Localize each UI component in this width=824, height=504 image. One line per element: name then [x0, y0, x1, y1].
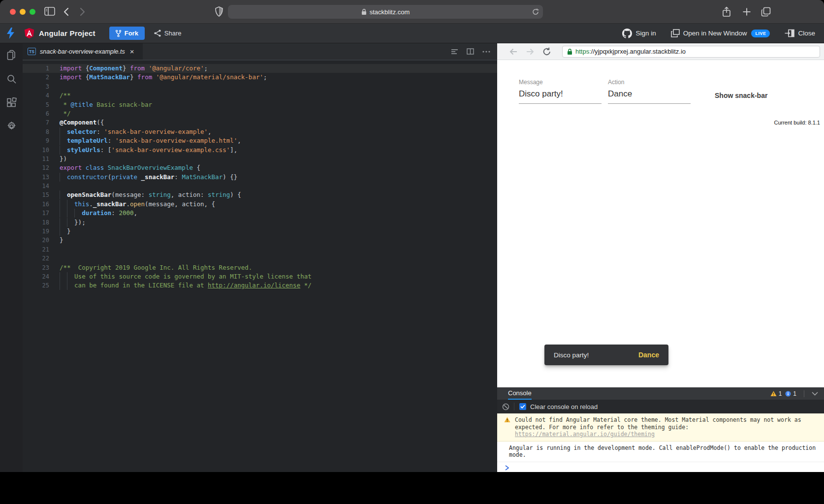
- settings-gear-icon[interactable]: [4, 119, 18, 133]
- address-bar[interactable]: stackblitz.com: [228, 5, 543, 19]
- line-number: 7: [23, 118, 49, 127]
- typescript-badge: TS: [28, 48, 36, 55]
- code-line: 13constructor(private _snackBar: MatSnac…: [23, 173, 497, 182]
- line-number: 10: [23, 146, 49, 155]
- code-line: 16this._snackBar.open(message, action, {: [23, 200, 497, 209]
- preview-address-bar[interactable]: https://yjpqxkjprxej.angular.stackblitz.…: [562, 46, 820, 58]
- preview-back-icon[interactable]: [509, 47, 518, 56]
- lock-icon: [361, 8, 367, 15]
- zoom-window-button[interactable]: [30, 9, 35, 15]
- close-editor-button[interactable]: Close: [785, 29, 815, 37]
- forward-icon[interactable]: [80, 7, 85, 18]
- tab-snack-bar-overview-example[interactable]: TS snack-bar-overview-example.ts ×: [23, 43, 143, 60]
- line-number: 12: [23, 163, 49, 172]
- stackblitz-bolt-icon[interactable]: [6, 28, 15, 39]
- code-line-content: });: [49, 218, 86, 227]
- split-view-icon[interactable]: [467, 48, 474, 55]
- line-number: 17: [23, 209, 49, 218]
- privacy-shield-icon[interactable]: [215, 6, 223, 19]
- console-prompt[interactable]: [497, 462, 824, 472]
- preview-refresh-icon[interactable]: [542, 47, 551, 56]
- share-button[interactable]: Share: [154, 30, 182, 37]
- format-icon[interactable]: [451, 49, 458, 55]
- browser-window: stackblitz.com: [0, 0, 824, 472]
- code-line-content: * @title Basic snack-bar: [49, 100, 152, 109]
- code-line-content: Use of this source code is governed by a…: [49, 272, 312, 281]
- sidebar-toggle-icon[interactable]: [44, 7, 55, 18]
- new-tab-icon[interactable]: [742, 7, 751, 18]
- line-number: 16: [23, 200, 49, 209]
- preview-url: //yjpqxkjprxej.angular.stackblitz.io: [591, 48, 686, 55]
- minimize-window-button[interactable]: [20, 9, 26, 15]
- code-line-content: /** Copyright 2019 Google Inc. All Right…: [49, 263, 252, 272]
- code-line: 20}: [23, 236, 497, 245]
- line-number: 14: [23, 182, 49, 190]
- code-line: 12export class SnackBarOverviewExample {: [23, 163, 497, 172]
- message-input[interactable]: Disco party!: [519, 89, 602, 104]
- preview-forward-icon[interactable]: [526, 47, 535, 56]
- code-line-content: export class SnackBarOverviewExample {: [49, 163, 200, 172]
- code-line: 24Use of this source code is governed by…: [23, 272, 497, 281]
- code-line: 10styleUrls: ['snack-bar-overview-exampl…: [23, 146, 497, 155]
- preview-toolbar: https://yjpqxkjprxej.angular.stackblitz.…: [497, 43, 824, 60]
- code-line: 3: [23, 82, 497, 91]
- code-line-content: this._snackBar.open(message, action, {: [49, 200, 215, 209]
- editor-tabbar: TS snack-bar-overview-example.ts ×: [23, 43, 497, 60]
- code-line: 21: [23, 245, 497, 254]
- line-number: 5: [23, 100, 49, 109]
- line-number: 3: [23, 82, 49, 91]
- console-tab[interactable]: Console: [508, 387, 532, 400]
- action-label: Action: [608, 79, 691, 86]
- extensions-icon[interactable]: [4, 95, 18, 109]
- url-scheme: https:: [575, 48, 591, 55]
- clear-console-icon[interactable]: [502, 403, 509, 410]
- close-tab-icon[interactable]: ×: [130, 48, 134, 55]
- code-line: 25can be found in the LICENSE file at ht…: [23, 281, 497, 290]
- share-icon: [154, 30, 161, 37]
- code-line: 2import {MatSnackBar} from '@angular/mat…: [23, 73, 497, 82]
- fork-icon: [116, 30, 121, 37]
- close-panel-icon: [785, 29, 794, 37]
- tab-overview-icon[interactable]: [761, 7, 771, 19]
- line-number: 9: [23, 136, 49, 145]
- live-badge: LIVE: [751, 30, 770, 37]
- action-field[interactable]: Action Dance: [608, 79, 691, 104]
- console-toolbar: Clear console on reload: [497, 400, 824, 413]
- code-editor[interactable]: 1import {Component} from '@angular/core'…: [23, 60, 497, 472]
- open-in-new-window-button[interactable]: Open in New Window LIVE: [671, 29, 770, 37]
- code-line-content: }: [49, 236, 63, 245]
- code-line: 9templateUrl: 'snack-bar-overview-exampl…: [23, 136, 497, 145]
- console-info-entry: Angular is running in the development mo…: [497, 441, 824, 462]
- activity-rail: [0, 43, 23, 472]
- code-line-content: templateUrl: 'snack-bar-overview-example…: [49, 136, 241, 145]
- snackbar-action-button[interactable]: Dance: [638, 351, 659, 359]
- fork-button[interactable]: Fork: [109, 27, 145, 40]
- back-icon[interactable]: [63, 7, 69, 18]
- close-window-button[interactable]: [10, 9, 16, 15]
- snackbar-message: Disco party!: [554, 351, 589, 359]
- browser-chrome: stackblitz.com: [0, 0, 824, 24]
- share-page-icon[interactable]: [722, 6, 731, 19]
- warning-line: Could not find Angular Material core the…: [515, 416, 801, 424]
- url-host: stackblitz.com: [370, 8, 410, 16]
- message-field[interactable]: Message Disco party!: [519, 79, 602, 104]
- line-number: 11: [23, 155, 49, 163]
- clear-on-reload-checkbox[interactable]: [519, 403, 526, 410]
- code-line: 22: [23, 254, 497, 263]
- code-line-content: }: [49, 227, 71, 236]
- code-line: 11}): [23, 155, 497, 163]
- sign-in-button[interactable]: Sign in: [622, 29, 656, 38]
- show-snack-bar-button[interactable]: Show snack-bar: [715, 92, 767, 99]
- more-options-icon[interactable]: [482, 51, 490, 53]
- search-icon[interactable]: [4, 72, 18, 86]
- theming-guide-link[interactable]: https://material.angular.io/guide/themin…: [515, 431, 655, 438]
- action-input[interactable]: Dance: [608, 89, 691, 104]
- github-icon: [622, 29, 632, 38]
- line-number: 18: [23, 218, 49, 227]
- reload-icon[interactable]: [532, 7, 539, 18]
- files-icon[interactable]: [4, 48, 18, 62]
- https-lock-icon: [567, 48, 572, 55]
- collapse-console-icon[interactable]: [812, 392, 818, 396]
- stackblitz-header: Angular Project Fork Share Sign in Open: [0, 24, 824, 43]
- info-count-badge: 1: [785, 390, 796, 397]
